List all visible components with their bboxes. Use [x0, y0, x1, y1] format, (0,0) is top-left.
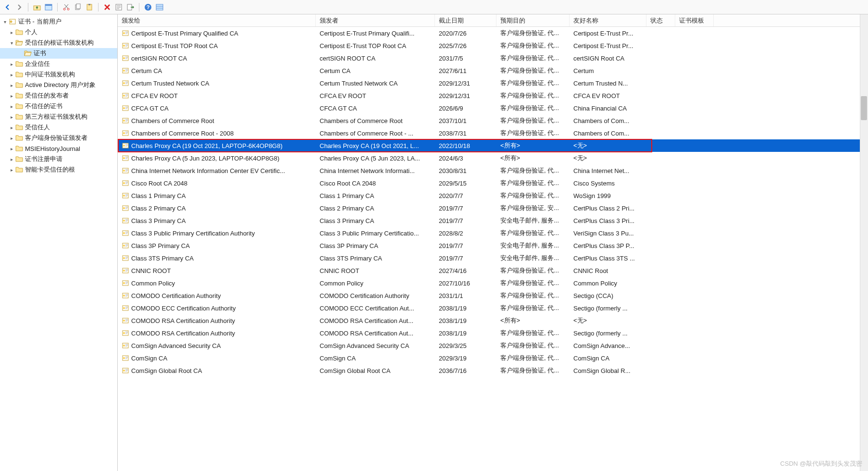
- delete-icon[interactable]: [102, 2, 112, 12]
- forward-icon[interactable]: [14, 2, 24, 12]
- export-icon[interactable]: [125, 2, 135, 12]
- tree-twisty-icon[interactable]: ▾: [2, 19, 8, 25]
- table-row[interactable]: Class 3TS Primary CAClass 3TS Primary CA…: [118, 252, 868, 264]
- tree-item-8[interactable]: ▸受信任人: [0, 122, 117, 133]
- cell-0: Chambers of Commerce Root: [118, 117, 316, 124]
- table-row[interactable]: Class 2 Primary CAClass 2 Primary CA2019…: [118, 202, 868, 214]
- table-row[interactable]: Common PolicyCommon Policy2027/10/16客户端身…: [118, 277, 868, 289]
- tree-twisty-icon[interactable]: ▾: [9, 40, 14, 46]
- svg-point-87: [123, 207, 125, 209]
- cell-0: Common Policy: [118, 279, 316, 287]
- tree-twisty-icon[interactable]: ▸: [9, 93, 14, 99]
- table-row[interactable]: CFCA GT CACFCA GT CA2026/6/9客户端身份验证, 代..…: [118, 102, 868, 114]
- tree-item-4[interactable]: ▸Active Directory 用户对象: [0, 80, 117, 90]
- certificate-icon: [122, 167, 129, 174]
- column-header-2[interactable]: 截止日期: [435, 14, 496, 26]
- svg-rect-45: [125, 96, 127, 97]
- table-row[interactable]: Chambers of Commerce Root - 2008Chambers…: [118, 127, 868, 139]
- tree-item-0[interactable]: ▸个人: [0, 27, 117, 37]
- cell-1: Certum CA: [316, 67, 435, 74]
- tree-root[interactable]: ▾证书 - 当前用户: [0, 16, 117, 27]
- cut-icon[interactable]: [62, 2, 71, 12]
- tree-twisty-icon[interactable]: ▸: [9, 30, 14, 35]
- table-row[interactable]: Class 3 Primary CAClass 3 Primary CA2019…: [118, 214, 868, 227]
- back-icon[interactable]: [3, 2, 12, 12]
- table-row[interactable]: ComSign CAComSign CA2029/3/19客户端身份验证, 代.…: [118, 352, 868, 364]
- svg-rect-75: [125, 171, 127, 172]
- svg-rect-43: [125, 94, 128, 95]
- table-row[interactable]: COMODO ECC Certification AuthorityCOMODO…: [118, 302, 868, 314]
- column-header-1[interactable]: 颁发者: [316, 14, 435, 26]
- tree-item-6[interactable]: ▸不信任的证书: [0, 101, 117, 112]
- tree-twisty-icon[interactable]: ▸: [9, 146, 14, 151]
- table-row[interactable]: China Internet Network Information Cente…: [118, 164, 868, 177]
- tree-item-9[interactable]: ▸客户端身份验证颁发者: [0, 133, 117, 143]
- cell-1: certSIGN ROOT CA: [316, 55, 435, 62]
- tree-twisty-icon[interactable]: ▸: [9, 62, 14, 67]
- tree-item-5[interactable]: ▸受信任的发布者: [0, 90, 117, 101]
- tree-twisty-icon[interactable]: ▸: [9, 114, 14, 120]
- paste-icon[interactable]: [85, 2, 94, 12]
- tree-child-1-0[interactable]: 证书: [0, 48, 117, 59]
- column-header-4[interactable]: 友好名称: [570, 14, 646, 26]
- cell-2: 2029/12/31: [435, 92, 496, 99]
- column-header-6[interactable]: 证书模板: [675, 14, 714, 26]
- sidebar-tree[interactable]: ▾证书 - 当前用户▸个人▾受信任的根证书颁发机构证书▸企业信任▸中间证书颁发机…: [0, 14, 118, 471]
- tree-item-1[interactable]: ▾受信任的根证书颁发机构: [0, 37, 117, 48]
- table-row[interactable]: CFCA EV ROOTCFCA EV ROOT2029/12/31客户端身份验…: [118, 89, 868, 102]
- table-row[interactable]: COMODO RSA Certification AuthorityCOMODO…: [118, 327, 868, 339]
- svg-point-37: [123, 82, 125, 84]
- tree-twisty-icon[interactable]: ▸: [9, 157, 14, 162]
- tree-twisty-icon[interactable]: ▸: [9, 125, 14, 130]
- separator: [28, 3, 28, 12]
- table-row[interactable]: Charles Proxy CA (5 Jun 2023, LAPTOP-6K4…: [118, 152, 868, 164]
- table-row[interactable]: certSIGN ROOT CAcertSIGN ROOT CA2031/7/5…: [118, 52, 868, 64]
- copy-icon[interactable]: [73, 2, 83, 12]
- table-row[interactable]: COMODO RSA Certification AuthorityCOMODO…: [118, 314, 868, 327]
- table-row[interactable]: COMODO Certification AuthorityCOMODO Cer…: [118, 289, 868, 302]
- vertical-scrollbar[interactable]: [860, 14, 868, 471]
- tree-twisty-icon[interactable]: ▸: [9, 104, 14, 109]
- svg-point-22: [123, 45, 125, 47]
- column-header-5[interactable]: 状态: [646, 14, 675, 26]
- tree-twisty-icon[interactable]: ▸: [9, 167, 14, 173]
- table-row[interactable]: ComSign Advanced Security CAComSign Adva…: [118, 339, 868, 352]
- svg-point-152: [123, 370, 125, 372]
- tree-item-2[interactable]: ▸企业信任: [0, 59, 117, 69]
- table-row[interactable]: Class 3P Primary CAClass 3P Primary CA20…: [118, 239, 868, 252]
- list-icon[interactable]: [155, 2, 164, 12]
- table-row[interactable]: Cisco Root CA 2048Cisco Root CA 20482029…: [118, 177, 868, 189]
- help-icon[interactable]: ?: [143, 2, 153, 12]
- tree-item-10[interactable]: ▸MSIEHistoryJournal: [0, 143, 117, 154]
- properties-icon[interactable]: [114, 2, 124, 12]
- column-header-0[interactable]: 颁发给: [118, 14, 316, 26]
- tree-label: 受信任的发布者: [25, 91, 69, 100]
- window-icon[interactable]: [44, 2, 53, 12]
- table-row[interactable]: Certipost E-Trust Primary Qualified CACe…: [118, 27, 868, 39]
- table-row[interactable]: Class 1 Primary CAClass 1 Primary CA2020…: [118, 189, 868, 202]
- svg-rect-64: [125, 145, 128, 146]
- folder-up-icon[interactable]: [32, 2, 42, 12]
- scroll-thumb[interactable]: [861, 96, 867, 120]
- tree-twisty-icon[interactable]: ▸: [9, 136, 14, 141]
- table-row[interactable]: Chambers of Commerce RootChambers of Com…: [118, 114, 868, 127]
- tree-item-11[interactable]: ▸证书注册申请: [0, 154, 117, 164]
- table-row[interactable]: Charles Proxy CA (19 Oct 2021, LAPTOP-6K…: [118, 139, 868, 152]
- table-row[interactable]: Certum Trusted Network CACertum Trusted …: [118, 77, 868, 89]
- tree-twisty-icon[interactable]: ▸: [9, 72, 14, 77]
- table-row[interactable]: ComSign Global Root CAComSign Global Roo…: [118, 364, 868, 377]
- cell-4: CertPlus Class 3TS ...: [570, 255, 646, 262]
- table-row[interactable]: Certipost E-Trust TOP Root CACertipost E…: [118, 39, 868, 52]
- tree-twisty-icon[interactable]: ▸: [9, 83, 14, 88]
- cell-1: CNNIC ROOT: [316, 267, 435, 274]
- column-header-3[interactable]: 预期目的: [496, 14, 570, 26]
- cell-0: COMODO ECC Certification Authority: [118, 304, 316, 312]
- tree-item-3[interactable]: ▸中间证书颁发机构: [0, 69, 117, 80]
- cell-0: Certipost E-Trust Primary Qualified CA: [118, 29, 316, 37]
- tree-item-12[interactable]: ▸智能卡受信任的根: [0, 164, 117, 175]
- table-row[interactable]: Certum CACertum CA2027/6/11客户端身份验证, 代...…: [118, 64, 868, 77]
- table-row[interactable]: CNNIC ROOTCNNIC ROOT2027/4/16客户端身份验证, 代.…: [118, 264, 868, 277]
- table-row[interactable]: Class 3 Public Primary Certification Aut…: [118, 227, 868, 239]
- tree-item-7[interactable]: ▸第三方根证书颁发机构: [0, 112, 117, 122]
- certificate-list[interactable]: Certipost E-Trust Primary Qualified CACe…: [118, 27, 868, 471]
